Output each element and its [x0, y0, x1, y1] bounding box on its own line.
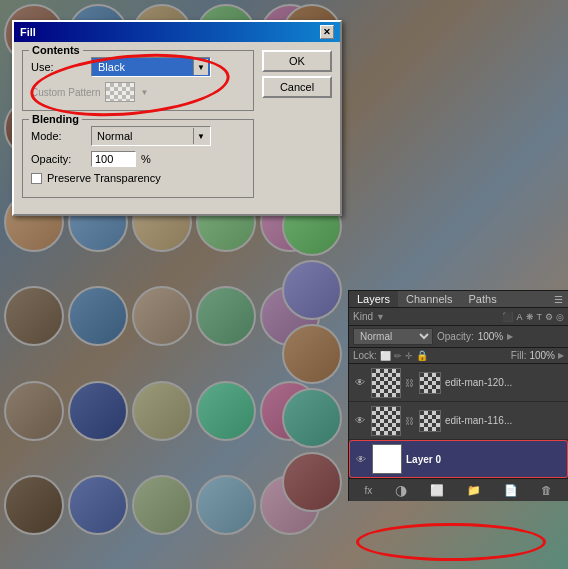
preserve-checkbox[interactable]: [31, 173, 42, 184]
kind-filter-row: Kind ▼ ⬛ A ❋ T ⚙ ◎: [349, 308, 568, 326]
pattern-preview[interactable]: [105, 82, 135, 102]
new-layer-icon[interactable]: 📄: [504, 484, 518, 497]
filter-icon-4[interactable]: T: [537, 312, 543, 322]
mode-row: Mode: Normal ▼: [31, 126, 245, 146]
dialog-titlebar: Fill ✕: [14, 22, 340, 42]
fill-value: 100%: [529, 350, 555, 361]
mode-select-value: Normal: [94, 130, 193, 142]
mode-select[interactable]: Normal ▼: [91, 126, 211, 146]
fx-icon[interactable]: fx: [365, 485, 373, 496]
layer-thumb-content-1: [419, 410, 441, 432]
use-row: Use: Black ▼: [31, 57, 245, 77]
mode-label: Mode:: [31, 130, 86, 142]
layers-panel: Layers Channels Paths ☰ Kind ▼ ⬛ A ❋ T ⚙…: [348, 290, 568, 501]
fill-label: Fill:: [511, 350, 527, 361]
kind-arrow[interactable]: ▼: [376, 312, 385, 322]
ok-button[interactable]: OK: [262, 50, 332, 72]
new-fill-layer-icon[interactable]: ◑: [395, 482, 407, 498]
new-adjustment-layer-icon[interactable]: ⬜: [430, 484, 444, 497]
mode-opacity-row: Normal Opacity: 100% ▶: [349, 326, 568, 348]
layer-item-1[interactable]: 👁 ⛓ edit-man-116...: [349, 402, 568, 440]
layer-thumb-content-0: [419, 372, 441, 394]
lock-icon-1[interactable]: ⬜: [380, 351, 391, 361]
dialog-close-button[interactable]: ✕: [320, 25, 334, 39]
layer-name-2: Layer 0: [406, 454, 563, 465]
layer-name-1: edit-man-116...: [445, 415, 564, 426]
tab-layers[interactable]: Layers: [349, 291, 398, 307]
tab-paths[interactable]: Paths: [461, 291, 505, 307]
lock-icon-2[interactable]: ✏: [394, 351, 402, 361]
layer-item-0[interactable]: 👁 ⛓ edit-man-120...: [349, 364, 568, 402]
opacity-label: Opacity:: [31, 153, 86, 165]
contents-group: Contents Use: Black ▼ Custom Pattern ▼: [22, 50, 254, 111]
use-select[interactable]: Black ▼: [91, 57, 211, 77]
use-label: Use:: [31, 61, 86, 73]
kind-label: Kind: [353, 311, 373, 322]
blending-group: Blending Mode: Normal ▼ Opacity: % Prese…: [22, 119, 254, 198]
fill-dialog: Fill ✕ Contents Use: Black ▼ Custom Patt…: [12, 20, 342, 216]
layer-item-2[interactable]: 👁 Layer 0: [349, 440, 568, 478]
layers-bottom-bar: fx ◑ ⬜ 📁 📄 🗑: [349, 478, 568, 501]
opacity-label: Opacity:: [437, 331, 474, 342]
layer-visibility-2[interactable]: 👁: [354, 452, 368, 466]
opacity-value: 100%: [478, 331, 504, 342]
contents-group-title: Contents: [29, 44, 83, 56]
preserve-row: Preserve Transparency: [31, 172, 245, 184]
filter-icon-2[interactable]: A: [516, 312, 522, 322]
dialog-body: Contents Use: Black ▼ Custom Pattern ▼ B…: [14, 42, 340, 214]
use-select-value: Black: [94, 60, 193, 74]
filter-icon-5[interactable]: ⚙: [545, 312, 553, 322]
custom-pattern-row: Custom Pattern ▼: [31, 82, 245, 102]
delete-layer-icon[interactable]: 🗑: [541, 484, 552, 496]
panel-menu-icon[interactable]: ☰: [549, 292, 568, 307]
pattern-arrow[interactable]: ▼: [140, 88, 148, 97]
opacity-unit: %: [141, 153, 151, 165]
layer-visibility-0[interactable]: 👁: [353, 376, 367, 390]
layer-chain-0: ⛓: [405, 378, 415, 388]
filter-icon-1[interactable]: ⬛: [502, 312, 513, 322]
new-group-icon[interactable]: 📁: [467, 484, 481, 497]
dialog-title: Fill: [20, 26, 36, 38]
lock-icon-4[interactable]: 🔒: [416, 350, 428, 361]
lock-fill-row: Lock: ⬜ ✏ ✛ 🔒 Fill: 100% ▶: [349, 348, 568, 364]
opacity-arrow[interactable]: ▶: [507, 332, 513, 341]
lock-icon-3[interactable]: ✛: [405, 351, 413, 361]
layer-chain-1: ⛓: [405, 416, 415, 426]
layer-thumb-2: [372, 444, 402, 474]
dialog-right-panel: OK Cancel: [262, 50, 332, 206]
blending-group-title: Blending: [29, 113, 82, 125]
layer-visibility-1[interactable]: 👁: [353, 414, 367, 428]
opacity-input[interactable]: [91, 151, 136, 167]
layers-tabbar: Layers Channels Paths ☰: [349, 291, 568, 308]
layer-name-0: edit-man-120...: [445, 377, 564, 388]
filter-icon-3[interactable]: ❋: [526, 312, 534, 322]
opacity-row: Opacity: %: [31, 151, 245, 167]
preserve-label: Preserve Transparency: [47, 172, 161, 184]
lock-label: Lock:: [353, 350, 377, 361]
blend-mode-select[interactable]: Normal: [353, 328, 433, 345]
layer-thumb-mask-1: [371, 406, 401, 436]
custom-pattern-label: Custom Pattern: [31, 87, 100, 98]
layer-thumb-mask-0: [371, 368, 401, 398]
mode-select-arrow[interactable]: ▼: [193, 128, 208, 144]
cancel-button[interactable]: Cancel: [262, 76, 332, 98]
filter-toggle[interactable]: ◎: [556, 312, 564, 322]
use-select-arrow[interactable]: ▼: [193, 59, 208, 75]
dialog-left-panel: Contents Use: Black ▼ Custom Pattern ▼ B…: [22, 50, 254, 206]
fill-arrow[interactable]: ▶: [558, 351, 564, 360]
tab-channels[interactable]: Channels: [398, 291, 460, 307]
